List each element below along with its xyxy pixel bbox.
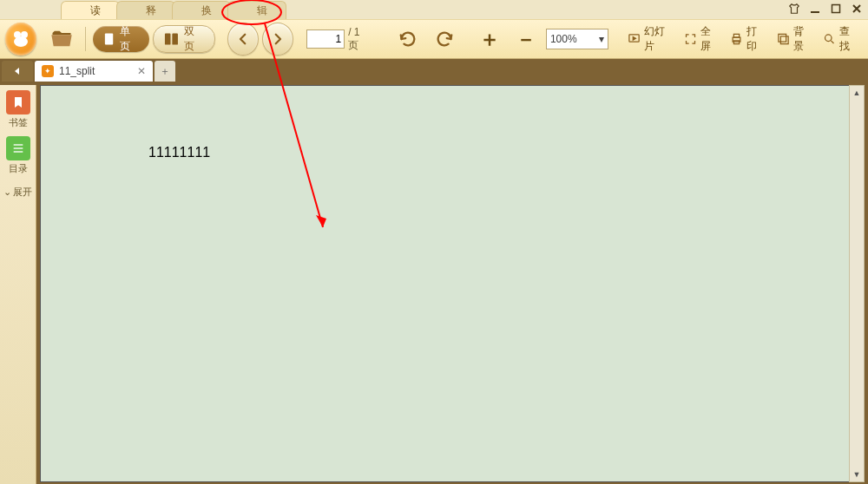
chevron-down-icon: ⌄	[3, 186, 11, 198]
menu-strip: 阅读 注释 转换 编辑	[0, 0, 868, 19]
slideshow-button[interactable]: 幻灯片	[624, 24, 677, 54]
svg-rect-1	[832, 5, 840, 13]
scroll-up-icon[interactable]: ▲	[850, 86, 864, 100]
fullscreen-button[interactable]: 全屏	[681, 24, 724, 54]
slideshow-label: 幻灯片	[644, 24, 674, 54]
minimize-icon[interactable]	[809, 3, 821, 15]
menu-tab-annotate[interactable]: 注释	[116, 1, 175, 19]
svg-rect-6	[107, 35, 112, 36]
close-tab-icon[interactable]: ✕	[137, 65, 146, 77]
file-tab[interactable]: ✦ 11_split ✕	[35, 61, 153, 82]
svg-point-17	[825, 35, 832, 42]
page-indicator: / 1页	[306, 26, 366, 53]
zoom-in-button[interactable]: ＋	[473, 26, 506, 52]
new-tab-button[interactable]: ＋	[155, 61, 175, 82]
find-button[interactable]: 查找	[819, 24, 863, 54]
document-body: 11111111	[41, 86, 850, 160]
toc-icon[interactable]	[6, 136, 30, 160]
separator	[85, 27, 86, 51]
menu-tab-edit[interactable]: 编辑	[227, 1, 286, 19]
next-page-button[interactable]	[262, 23, 293, 56]
print-button[interactable]: 打印	[727, 24, 770, 54]
svg-rect-7	[107, 36, 112, 37]
svg-rect-13	[734, 34, 740, 37]
svg-rect-18	[13, 144, 23, 145]
svg-rect-10	[173, 33, 179, 44]
svg-rect-8	[107, 38, 112, 39]
collapse-sidebar-button[interactable]	[2, 61, 33, 82]
zoom-value: 100%	[550, 33, 577, 45]
main-area: 书签 目录 ⌄ 展开 11111111 ▲ ▼	[0, 85, 868, 484]
file-tab-label: 11_split	[59, 65, 95, 77]
skin-icon[interactable]	[788, 3, 800, 15]
fullscreen-label: 全屏	[700, 24, 720, 54]
menu-tab-convert[interactable]: 转换	[172, 1, 231, 19]
zoom-out-button[interactable]: －	[510, 26, 542, 52]
double-page-button[interactable]: 双页	[153, 25, 214, 53]
expand-sidebar-button[interactable]: ⌄ 展开	[3, 186, 32, 199]
toc-label: 目录	[9, 162, 28, 175]
page-number-input[interactable]	[306, 29, 345, 49]
document-area: 11111111 ▲ ▼	[36, 85, 868, 484]
svg-rect-9	[165, 33, 171, 44]
app-logo-icon[interactable]	[5, 23, 36, 56]
svg-rect-16	[780, 36, 788, 44]
menu-tab-read[interactable]: 阅读	[61, 1, 120, 19]
svg-rect-15	[779, 34, 786, 42]
document-page[interactable]: 11111111	[40, 85, 851, 482]
svg-point-4	[14, 36, 28, 47]
bookmark-label: 书签	[9, 116, 28, 129]
maximize-icon[interactable]	[830, 3, 842, 15]
close-icon[interactable]	[851, 3, 863, 15]
prev-page-button[interactable]	[227, 23, 259, 56]
double-page-label: 双页	[184, 24, 204, 54]
svg-rect-20	[13, 151, 23, 152]
toolbar: 单页 双页 / 1页 ＋ － 100% ▾ 幻灯片 全屏 打印	[0, 19, 868, 59]
open-file-button[interactable]	[45, 26, 78, 52]
svg-rect-0	[811, 11, 819, 13]
window-controls	[788, 3, 863, 15]
bookmark-icon[interactable]	[6, 90, 30, 114]
find-label: 查找	[839, 24, 859, 54]
single-page-button[interactable]: 单页	[93, 26, 150, 52]
scroll-down-icon[interactable]: ▼	[850, 468, 864, 481]
background-button[interactable]: 背景	[773, 24, 817, 54]
background-label: 背景	[793, 24, 813, 54]
file-tabbar: ✦ 11_split ✕ ＋	[0, 59, 868, 85]
zoom-select[interactable]: 100% ▾	[546, 29, 608, 49]
vertical-scrollbar[interactable]: ▲ ▼	[849, 85, 865, 482]
print-label: 打印	[746, 24, 766, 54]
page-total-label: / 1页	[348, 26, 366, 53]
svg-rect-19	[13, 147, 23, 148]
undo-button[interactable]	[391, 26, 424, 52]
single-page-label: 单页	[120, 24, 139, 54]
file-favicon-icon: ✦	[42, 65, 54, 77]
redo-button[interactable]	[428, 26, 461, 52]
chevron-down-icon: ▾	[599, 33, 604, 45]
expand-label: 展开	[13, 186, 32, 199]
sidebar: 书签 目录 ⌄ 展开	[0, 85, 36, 484]
